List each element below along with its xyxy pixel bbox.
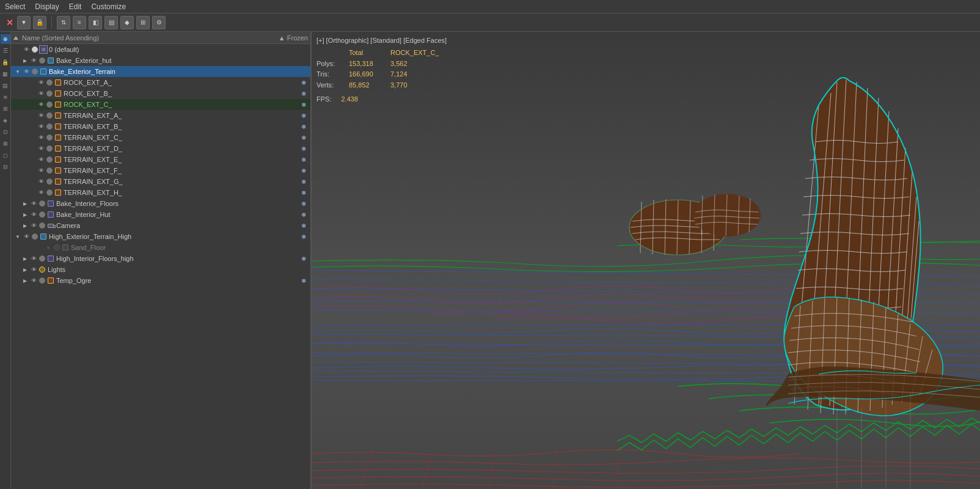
side-icon-2[interactable]: 🔒 xyxy=(1,57,10,67)
eye-icon[interactable]: 👁 xyxy=(37,78,45,87)
expand-icon[interactable]: ▶ xyxy=(21,254,29,263)
viewport-canvas[interactable] xyxy=(312,32,980,489)
side-icon-0[interactable]: ⊕ xyxy=(1,34,10,44)
eye-icon[interactable]: 👁 xyxy=(29,254,38,263)
dot-icon xyxy=(46,167,53,174)
tree-row-rock-ext-b[interactable]: 👁 ROCK_EXT_B_ ❄ xyxy=(11,88,310,99)
tree-row-terrain-ext-c[interactable]: 👁 TERRAIN_EXT_C_ ❄ xyxy=(11,132,310,143)
tree-row-camera[interactable]: ▶ 👁 Camera ❄ xyxy=(11,220,310,231)
row-label: TERRAIN_EXT_F_ xyxy=(64,167,299,174)
eye-icon[interactable]: 👁 xyxy=(29,210,38,219)
eye-icon[interactable]: 👁 xyxy=(29,56,38,65)
expand-icon[interactable]: ▶ xyxy=(21,199,29,208)
dot-icon xyxy=(46,101,53,108)
tree-row-bake-int-hut[interactable]: ▶ 👁 Bake_Interior_Hut ❄ xyxy=(11,209,310,220)
toolbar-filter[interactable]: ▼ xyxy=(17,16,31,29)
eye-icon[interactable]: 👁 xyxy=(37,111,45,120)
expand-icon[interactable]: ▼ xyxy=(13,67,22,76)
eye-icon[interactable]: 👁 xyxy=(37,177,45,186)
menu-select[interactable]: Select xyxy=(5,2,25,11)
menu-edit[interactable]: Edit xyxy=(69,2,82,11)
tree-row-default[interactable]: 👁 ▤ 0 (default) xyxy=(11,44,310,55)
tree-row-bake-int-floors[interactable]: ▶ 👁 Bake_Interior_Floors ❄ xyxy=(11,198,310,209)
tree-row-temp-ogre[interactable]: ▶ 👁 Temp_Ogre ❄ xyxy=(11,275,310,286)
tree-row-terrain-ext-b[interactable]: 👁 TERRAIN_EXT_B_ ❄ xyxy=(11,121,310,132)
tree-row-rock-ext-c[interactable]: 👁 ROCK_EXT_C_ ❄ xyxy=(11,99,310,110)
expand-icon[interactable]: ▶ xyxy=(21,56,29,65)
toolbar-settings[interactable]: ⚙ xyxy=(152,16,166,29)
toolbar-diamond[interactable]: ◆ xyxy=(120,16,134,29)
eye-icon[interactable]: 👁 xyxy=(29,276,38,285)
obj-icon xyxy=(46,254,55,263)
obj-icon xyxy=(39,232,48,241)
tree-row-terrain-ext-g[interactable]: 👁 TERRAIN_EXT_G_ ❄ xyxy=(11,176,310,187)
side-icon-5[interactable]: ≋ xyxy=(1,92,10,102)
freeze-icon: ❄ xyxy=(299,221,308,230)
side-icon-1[interactable]: ☰ xyxy=(1,46,10,56)
eye-icon[interactable]: 👁 xyxy=(37,166,45,175)
viewport-panel[interactable]: [+] [Orthographic] [Standard] [Edged Fac… xyxy=(312,32,980,489)
toolbar-close[interactable]: ✕ xyxy=(5,18,15,28)
expand-icon[interactable]: ▶ xyxy=(21,276,29,285)
side-icon-8[interactable]: ⊡ xyxy=(1,127,10,137)
side-icon-6[interactable]: ⊞ xyxy=(1,104,10,114)
side-icon-9[interactable]: ⊠ xyxy=(1,139,10,149)
toolbar-grid[interactable]: ⊞ xyxy=(136,16,150,29)
eye-icon[interactable]: 👁 xyxy=(37,133,45,142)
eye-icon[interactable]: 👁 xyxy=(22,45,31,54)
tree-row-rock-ext-a[interactable]: 👁 ROCK_EXT_A_ ❄ xyxy=(11,77,310,88)
eye-icon[interactable]: 👁 xyxy=(37,89,45,98)
side-icon-10[interactable]: ◻ xyxy=(1,150,10,160)
toolbar-lock[interactable]: 🔒 xyxy=(33,16,46,29)
freeze-icon: ❄ xyxy=(299,78,308,87)
tree-row-terrain-ext-e[interactable]: 👁 TERRAIN_EXT_E_ ❄ xyxy=(11,154,310,165)
eye-icon[interactable]: 👁 xyxy=(22,232,31,241)
toolbar-up-down[interactable]: ⇅ xyxy=(57,16,70,29)
tree-row-terrain-ext-a[interactable]: 👁 TERRAIN_EXT_A_ ❄ xyxy=(11,110,310,121)
eye-icon[interactable]: 👁 xyxy=(37,188,45,197)
toolbar-list[interactable]: ≡ xyxy=(73,16,86,29)
eye-icon[interactable]: 👁 xyxy=(37,144,45,153)
row-label: TERRAIN_EXT_G_ xyxy=(64,178,299,185)
side-icon-7[interactable]: ◈ xyxy=(1,116,10,125)
eye-icon[interactable]: 👁 xyxy=(22,67,31,76)
expand-icon[interactable]: ▶ xyxy=(21,221,29,230)
obj-icon xyxy=(54,188,62,197)
dot-icon xyxy=(32,233,38,240)
eye-icon[interactable]: 👁 xyxy=(29,221,38,230)
expand-icon[interactable]: ▼ xyxy=(13,232,22,241)
toolbar-layers[interactable]: ◧ xyxy=(89,16,102,29)
menu-customize[interactable]: Customize xyxy=(91,2,126,11)
tree-row-bake-ext-terrain[interactable]: ▼ 👁 Bake_Exterior_Terrain xyxy=(11,66,310,77)
eye-icon[interactable]: 👁 xyxy=(37,122,45,131)
scene-tree[interactable]: 👁 ▤ 0 (default) ▶ 👁 xyxy=(11,44,310,489)
tree-row-lights[interactable]: ▶ 👁 Lights xyxy=(11,264,310,275)
side-icon-3[interactable]: ▦ xyxy=(1,69,10,79)
tree-row-high-ext-terrain[interactable]: ▼ 👁 High_Exterior_Terrain_High ❄ xyxy=(11,231,310,242)
eye-icon[interactable]: 👁 xyxy=(29,265,38,274)
tree-row-terrain-ext-h[interactable]: 👁 TERRAIN_EXT_H_ ❄ xyxy=(11,187,310,198)
tree-row-sand-floor[interactable]: ● Sand_Floor xyxy=(11,242,310,253)
eye-icon[interactable]: 👁 xyxy=(29,199,38,208)
expand-icon xyxy=(28,166,37,175)
toolbar-stack[interactable]: ▤ xyxy=(104,16,118,29)
col-name-header[interactable]: Name (Sorted Ascending) xyxy=(13,34,277,42)
expand-icon[interactable]: ▶ xyxy=(21,265,29,274)
tree-row-terrain-ext-f[interactable]: 👁 TERRAIN_EXT_F_ ❄ xyxy=(11,165,310,176)
expand-icon[interactable] xyxy=(13,45,22,54)
tree-row-high-int-floors[interactable]: ▶ 👁 High_Interior_Floors_high ❄ xyxy=(11,253,310,264)
expand-icon[interactable]: ▶ xyxy=(21,210,29,219)
eye-icon[interactable]: 👁 xyxy=(37,155,45,164)
side-icon-4[interactable]: ▤ xyxy=(1,81,10,90)
menu-display[interactable]: Display xyxy=(35,2,59,11)
dot-icon xyxy=(39,57,45,64)
eye-icon[interactable]: ● xyxy=(44,243,53,252)
tree-row-terrain-ext-d[interactable]: 👁 TERRAIN_EXT_D_ ❄ xyxy=(11,143,310,154)
dot-icon xyxy=(46,178,53,185)
tree-row-bake-ext-hut[interactable]: ▶ 👁 Bake_Exterior_hut xyxy=(11,55,310,66)
side-icon-11[interactable]: ⊟ xyxy=(1,162,10,172)
scene-content: Name (Sorted Ascending) ▲ Frozen 👁 ▤ 0 (… xyxy=(11,32,310,489)
dot-icon xyxy=(46,112,53,119)
eye-icon[interactable]: 👁 xyxy=(37,100,45,109)
row-label: Camera xyxy=(56,222,299,229)
